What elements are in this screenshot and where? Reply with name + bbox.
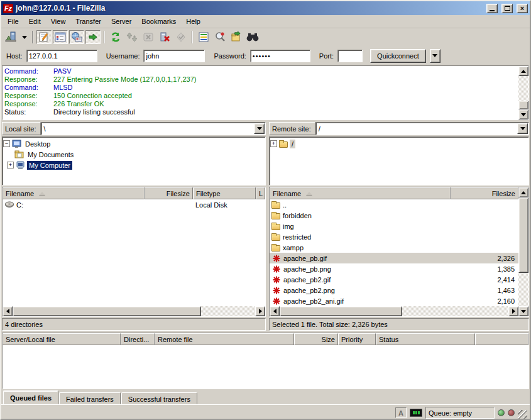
scroll-down-button[interactable] bbox=[518, 306, 528, 316]
sort-asc-icon bbox=[306, 192, 312, 196]
refresh-button[interactable] bbox=[108, 30, 123, 44]
process-queue-button[interactable] bbox=[124, 30, 140, 44]
scroll-thumb[interactable] bbox=[518, 197, 528, 273]
local-site-combo[interactable]: \ bbox=[41, 122, 266, 135]
tab-failed-transfers[interactable]: Failed transfers bbox=[59, 392, 121, 404]
tree-item-desktop[interactable]: − Desktop bbox=[3, 138, 265, 149]
message-log-body[interactable]: Command:PASV Response:227 Entering Passi… bbox=[3, 66, 518, 119]
scroll-down-button[interactable] bbox=[518, 109, 528, 119]
scroll-track[interactable] bbox=[518, 76, 528, 101]
minimize-button[interactable] bbox=[486, 4, 498, 13]
maximize-button[interactable] bbox=[501, 4, 513, 13]
cancel-button[interactable] bbox=[141, 30, 156, 44]
disconnect-button[interactable] bbox=[157, 30, 172, 44]
site-manager-dropdown-button[interactable] bbox=[20, 30, 29, 44]
quickconnect-dropdown-button[interactable] bbox=[430, 49, 441, 63]
tree-item-root[interactable]: + / bbox=[270, 138, 528, 149]
expand-icon[interactable]: + bbox=[270, 140, 277, 147]
file-row-selected[interactable]: apache_pb.gif2,326 bbox=[270, 253, 518, 263]
column-header-filename[interactable]: Filename bbox=[3, 187, 145, 199]
synchronized-browsing-button[interactable] bbox=[229, 30, 244, 44]
file-row[interactable]: apache_pb2_ani.gif2,160 bbox=[270, 296, 518, 306]
ascii-data-type-indicator[interactable]: A bbox=[395, 407, 407, 418]
local-list-rows[interactable]: C: Local Disk bbox=[3, 199, 265, 306]
column-header-priority[interactable]: Priority bbox=[338, 333, 376, 345]
local-tree[interactable]: − Desktop My Documents + My Computer bbox=[2, 136, 266, 185]
local-status-bar: 4 directories bbox=[2, 318, 266, 331]
find-files-button[interactable] bbox=[245, 30, 260, 44]
file-row[interactable]: xampp bbox=[270, 242, 518, 253]
file-row[interactable]: apache_pb2.gif2,414 bbox=[270, 274, 518, 285]
scroll-track[interactable] bbox=[201, 306, 255, 316]
scroll-track[interactable] bbox=[518, 273, 528, 306]
file-row[interactable]: img bbox=[270, 221, 518, 231]
tree-item-my-documents[interactable]: My Documents bbox=[3, 149, 265, 160]
reconnect-button[interactable] bbox=[173, 30, 189, 44]
remote-horizontal-scrollbar[interactable] bbox=[270, 306, 518, 316]
local-horizontal-scrollbar[interactable] bbox=[3, 306, 265, 316]
local-site-dropdown-button[interactable] bbox=[254, 123, 265, 134]
menu-server[interactable]: Server bbox=[106, 16, 136, 27]
scroll-right-button[interactable] bbox=[255, 306, 265, 316]
column-header-status[interactable]: Status bbox=[376, 333, 475, 345]
menu-transfer[interactable]: Transfer bbox=[70, 16, 106, 27]
scroll-up-button[interactable] bbox=[518, 187, 528, 197]
menu-file[interactable]: File bbox=[3, 16, 24, 27]
menu-help[interactable]: Help bbox=[181, 16, 205, 27]
scroll-thumb[interactable] bbox=[13, 306, 201, 316]
menu-bookmarks[interactable]: Bookmarks bbox=[136, 16, 181, 27]
column-header-size[interactable]: Size bbox=[294, 333, 338, 345]
resize-grip[interactable] bbox=[518, 410, 527, 419]
directory-comparison-button[interactable] bbox=[212, 30, 227, 44]
tab-queued-files[interactable]: Queued files bbox=[3, 390, 58, 404]
scroll-thumb[interactable] bbox=[280, 306, 402, 316]
tab-successful-transfers[interactable]: Successful transfers bbox=[121, 392, 197, 404]
username-input[interactable] bbox=[143, 50, 205, 62]
menu-edit[interactable]: Edit bbox=[24, 16, 46, 27]
speed-limit-icon[interactable] bbox=[410, 409, 422, 417]
column-header-lastmodified[interactable]: L bbox=[256, 187, 265, 199]
file-row[interactable]: apache_pb2.png1,463 bbox=[270, 285, 518, 296]
remote-tree[interactable]: + / bbox=[269, 136, 529, 185]
column-header-server-local-file[interactable]: Server/Local file bbox=[3, 333, 121, 345]
scroll-track[interactable] bbox=[402, 306, 508, 316]
remote-site-dropdown-button[interactable] bbox=[517, 123, 528, 134]
remote-list-rows[interactable]: .. forbidden img restricted xampp apache… bbox=[270, 199, 518, 306]
scroll-right-button[interactable] bbox=[508, 306, 518, 316]
file-row-c-drive[interactable]: C: Local Disk bbox=[3, 199, 265, 210]
menu-view[interactable]: View bbox=[46, 16, 71, 27]
site-manager-button[interactable] bbox=[4, 30, 19, 44]
scroll-left-button[interactable] bbox=[270, 306, 280, 316]
collapse-icon[interactable]: − bbox=[3, 140, 10, 147]
file-row[interactable]: restricted bbox=[270, 231, 518, 242]
tree-item-my-computer[interactable]: + My Computer bbox=[3, 160, 265, 170]
column-header-filetype[interactable]: Filetype bbox=[193, 187, 256, 199]
toggle-log-button[interactable] bbox=[36, 30, 52, 44]
file-row[interactable]: .. bbox=[270, 199, 518, 210]
column-header-direction[interactable]: Directi... bbox=[121, 333, 155, 345]
remote-vertical-scrollbar[interactable] bbox=[518, 187, 528, 316]
log-vertical-scrollbar[interactable] bbox=[518, 66, 528, 119]
scroll-thumb[interactable] bbox=[518, 101, 528, 109]
password-input[interactable] bbox=[250, 50, 310, 62]
port-input[interactable] bbox=[337, 50, 363, 62]
toggle-queue-button[interactable] bbox=[85, 30, 101, 44]
host-input[interactable] bbox=[26, 50, 97, 62]
toggle-local-tree-button[interactable] bbox=[53, 30, 68, 44]
expand-icon[interactable]: + bbox=[7, 162, 14, 169]
quickconnect-button[interactable]: Quickconnect bbox=[370, 49, 426, 63]
scroll-left-button[interactable] bbox=[3, 306, 13, 316]
filter-button[interactable] bbox=[196, 30, 211, 44]
column-header-filename[interactable]: Filename bbox=[270, 187, 451, 199]
file-row[interactable]: apache_pb.png1,385 bbox=[270, 263, 518, 274]
toggle-remote-tree-button[interactable] bbox=[69, 30, 84, 44]
file-row[interactable]: forbidden bbox=[270, 210, 518, 221]
scroll-up-button[interactable] bbox=[518, 66, 528, 76]
title-bar[interactable]: Fz john@127.0.0.1 - FileZilla × bbox=[1, 1, 530, 15]
column-header-filesize[interactable]: Filesize bbox=[451, 187, 518, 199]
queue-body[interactable] bbox=[3, 345, 528, 389]
column-header-remote-file[interactable]: Remote file bbox=[155, 333, 294, 345]
column-header-filesize[interactable]: Filesize bbox=[145, 187, 193, 199]
remote-site-combo[interactable]: / bbox=[315, 122, 529, 135]
close-button[interactable]: × bbox=[517, 4, 528, 13]
